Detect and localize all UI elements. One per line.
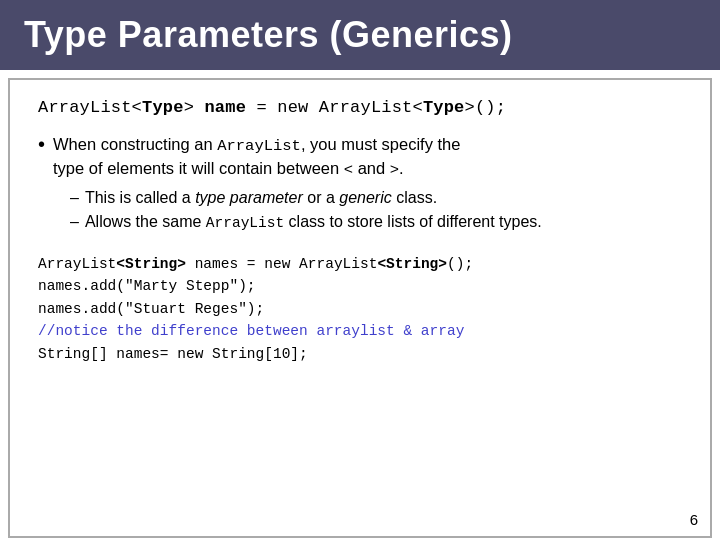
code-line-5: String[] names= new String[10]; — [38, 343, 682, 365]
code-line-2: names.add("Marty Stepp"); — [38, 275, 682, 297]
page-number: 6 — [690, 511, 698, 528]
bullet-dot: • — [38, 131, 45, 157]
code-line-1: ArrayList<String> names = new ArrayList<… — [38, 253, 682, 275]
sub-bullet-2: – Allows the same ArrayList class to sto… — [70, 210, 682, 235]
sub-bullets: – This is called a type parameter or a g… — [70, 186, 682, 235]
content-area: ArrayList<Type> name = new ArrayList<Typ… — [8, 78, 712, 538]
sub-bullet-text-2: Allows the same ArrayList class to store… — [85, 210, 542, 235]
header: Type Parameters (Generics) — [0, 0, 720, 70]
bullet-section: • When constructing an ArrayList, you mu… — [38, 133, 682, 235]
code-top: ArrayList<Type> name = new ArrayList<Typ… — [38, 98, 682, 117]
bullet-main-line: • When constructing an ArrayList, you mu… — [38, 133, 682, 182]
sub-bullet-dash-2: – — [70, 210, 79, 234]
sub-bullet-1: – This is called a type parameter or a g… — [70, 186, 682, 210]
sub-bullet-dash-1: – — [70, 186, 79, 210]
code-line-3: names.add("Stuart Reges"); — [38, 298, 682, 320]
header-title: Type Parameters (Generics) — [24, 14, 513, 55]
code-line-4: //notice the difference between arraylis… — [38, 320, 682, 342]
bullet-text: When constructing an ArrayList, you must… — [53, 133, 460, 182]
sub-bullet-text-1: This is called a type parameter or a gen… — [85, 186, 437, 210]
code-block: ArrayList<String> names = new ArrayList<… — [38, 253, 682, 365]
